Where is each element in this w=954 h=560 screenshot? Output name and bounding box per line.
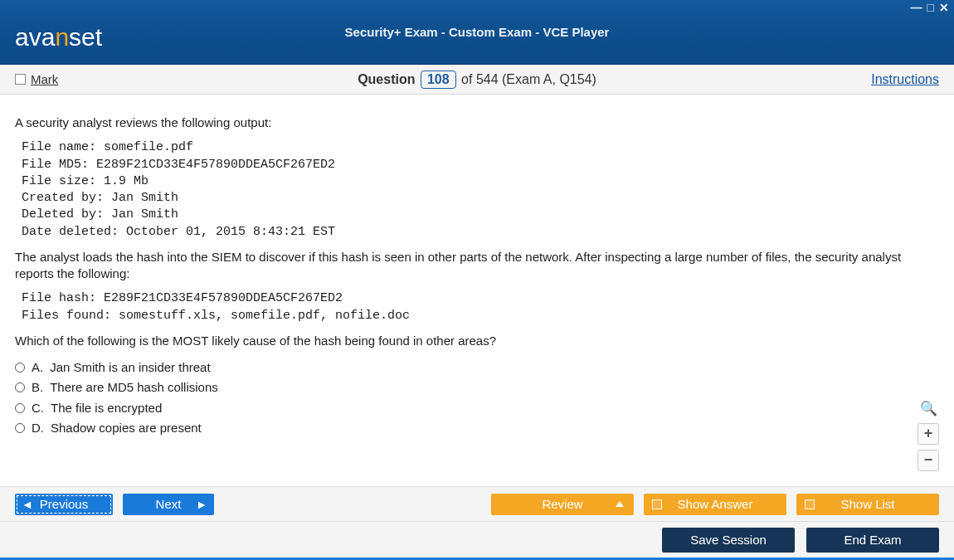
triangle-up-icon — [616, 501, 624, 507]
question-number-box: 108 — [421, 71, 456, 89]
chevron-left-icon: ◄ — [22, 498, 33, 511]
option-letter: D. — [32, 420, 44, 436]
question-content: A security analyst reviews the following… — [0, 95, 954, 486]
radio-icon[interactable] — [15, 382, 25, 392]
question-intro: A security analyst reviews the following… — [15, 114, 939, 131]
title-bar: avanset Security+ Exam - Custom Exam - V… — [0, 0, 954, 65]
review-button[interactable]: Review — [491, 494, 634, 515]
chevron-right-icon: ► — [196, 498, 207, 511]
footer-bar: Save Session End Exam — [0, 521, 954, 558]
option-d[interactable]: D. Shadow copies are present — [15, 420, 939, 436]
zoom-controls: 🔍 + − — [917, 400, 939, 471]
radio-icon[interactable] — [15, 363, 25, 373]
question-word: Question — [358, 72, 415, 86]
minimize-icon[interactable]: — — [911, 2, 922, 13]
output-block-1: File name: somefile.pdf File MD5: E289F2… — [22, 139, 939, 241]
zoom-out-button[interactable]: − — [917, 450, 939, 471]
option-text: Jan Smith is an insider threat — [50, 359, 210, 376]
question-counter: Question 108 of 544 (Exam A, Q154) — [0, 71, 954, 89]
option-letter: A. — [32, 359, 43, 376]
close-icon[interactable]: ✕ — [939, 2, 949, 13]
show-list-label: Show List — [840, 497, 894, 511]
option-a[interactable]: A. Jan Smith is an insider threat — [15, 359, 939, 376]
nav-bar: ◄ Previous Next ► Review Show Answer Sho… — [0, 486, 954, 521]
option-text: There are MD5 hash collisions — [50, 379, 218, 396]
previous-button[interactable]: ◄ Previous — [15, 494, 113, 515]
maximize-icon[interactable]: □ — [927, 2, 934, 13]
review-label: Review — [542, 497, 582, 511]
search-icon[interactable]: 🔍 — [919, 400, 937, 418]
checkbox-icon[interactable] — [805, 499, 815, 509]
question-of-text: of 544 (Exam A, Q154) — [461, 72, 596, 86]
save-session-button[interactable]: Save Session — [662, 528, 795, 553]
end-exam-button[interactable]: End Exam — [806, 528, 939, 553]
output-block-2: File hash: E289F21CD33E4F57890DDEA5CF267… — [22, 290, 939, 324]
question-mid: The analyst loads the hash into the SIEM… — [15, 249, 939, 283]
show-answer-label: Show Answer — [678, 497, 753, 511]
info-bar: Mark Question 108 of 544 (Exam A, Q154) … — [0, 65, 954, 95]
option-b[interactable]: B. There are MD5 hash collisions — [15, 379, 939, 396]
zoom-in-button[interactable]: + — [917, 423, 939, 445]
next-button[interactable]: Next ► — [123, 494, 214, 515]
show-answer-button[interactable]: Show Answer — [644, 494, 786, 515]
previous-label: Previous — [40, 497, 88, 511]
radio-icon[interactable] — [15, 423, 25, 433]
option-text: Shadow copies are present — [51, 420, 202, 436]
option-c[interactable]: C. The file is encrypted — [15, 400, 939, 416]
show-list-button[interactable]: Show List — [796, 494, 939, 515]
checkbox-icon[interactable] — [652, 499, 662, 509]
window-title: Security+ Exam - Custom Exam - VCE Playe… — [0, 25, 954, 39]
option-letter: C. — [32, 400, 44, 416]
window-controls: — □ ✕ — [911, 2, 949, 13]
question-prompt: Which of the following is the MOST likel… — [15, 333, 939, 349]
option-letter: B. — [32, 379, 43, 396]
option-text: The file is encrypted — [51, 400, 162, 416]
answer-options: A. Jan Smith is an insider threat B. The… — [15, 359, 939, 436]
radio-icon[interactable] — [15, 403, 25, 413]
next-label: Next — [156, 497, 182, 511]
